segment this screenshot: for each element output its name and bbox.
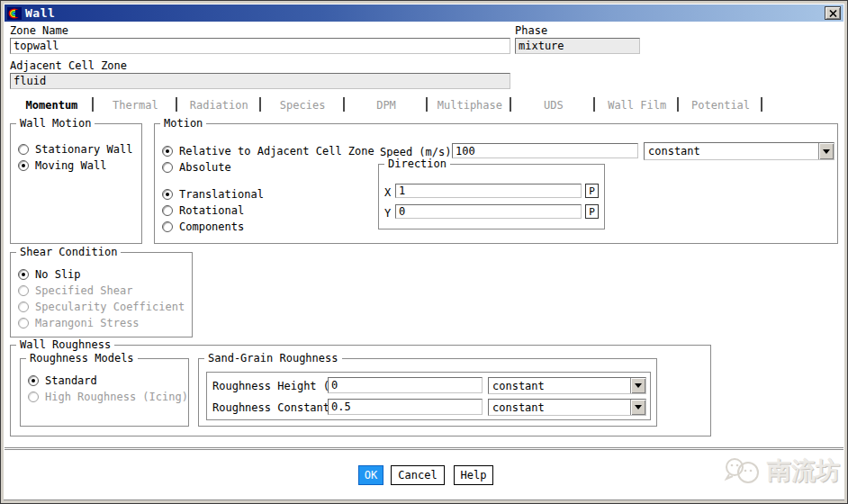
direction-y-input[interactable] xyxy=(395,204,582,219)
radio-icon xyxy=(18,269,29,280)
direction-y-profile-button[interactable]: P xyxy=(585,204,599,219)
wall-roughness-group: Wall Roughness Roughness Models Standard… xyxy=(10,345,711,436)
adjacent-cell-zone-label: Adjacent Cell Zone xyxy=(10,59,127,72)
radio-label: Specularity Coefficient xyxy=(35,301,185,313)
radio-icon xyxy=(18,160,29,171)
dropdown-value: constant xyxy=(492,380,545,392)
tab-bar: Momentum Thermal Radiation Species DPM M… xyxy=(10,97,762,112)
tab-dpm: DPM xyxy=(345,97,429,112)
wall-motion-group: Wall Motion Stationary Wall Moving Wall xyxy=(10,123,142,244)
radio-label: High Roughness (Icing) xyxy=(45,391,188,403)
wall-dialog: Wall Zone Name Phase Adjacent Cell Zone … xyxy=(0,0,848,504)
radio-label: Specified Shear xyxy=(35,284,132,297)
close-button[interactable] xyxy=(825,6,841,20)
tab-separator xyxy=(761,97,762,112)
radio-translational[interactable]: Translational xyxy=(162,187,264,201)
dropdown-value: constant xyxy=(492,401,545,414)
shear-condition-group: Shear Condition No Slip Specified Shear … xyxy=(10,252,193,338)
radio-specularity-coefficient: Specularity Coefficient xyxy=(18,300,185,313)
roughness-constant-input[interactable] xyxy=(328,399,483,415)
adjacent-cell-zone-field xyxy=(10,73,510,89)
radio-icon xyxy=(18,302,29,312)
zone-name-input[interactable] xyxy=(10,38,510,54)
direction-x-label: X xyxy=(384,186,391,199)
radio-relative-to-adjacent[interactable]: Relative to Adjacent Cell Zone xyxy=(162,144,374,158)
speed-input[interactable] xyxy=(452,143,638,158)
radio-standard[interactable]: Standard xyxy=(28,374,97,387)
speed-profile-dropdown[interactable]: constant xyxy=(644,142,834,160)
radio-icon xyxy=(162,189,173,200)
radio-label: Moving Wall xyxy=(35,159,106,172)
dropdown-button[interactable] xyxy=(630,400,645,415)
phase-label: Phase xyxy=(515,24,547,37)
motion-title: Motion xyxy=(160,117,206,130)
tab-uds: UDS xyxy=(511,97,595,112)
speed-label: Speed (m/s) xyxy=(380,146,451,158)
chevron-down-icon xyxy=(635,405,642,410)
radio-moving-wall[interactable]: Moving Wall xyxy=(18,158,106,172)
radio-no-slip[interactable]: No Slip xyxy=(18,267,81,281)
radio-label: Rotational xyxy=(179,204,244,217)
radio-label: Components xyxy=(179,220,244,233)
tab-wall-film: Wall Film xyxy=(595,97,679,112)
phase-field xyxy=(515,38,640,54)
dropdown-value: constant xyxy=(648,145,700,158)
tab-multiphase: Multiphase xyxy=(428,97,511,112)
direction-group: Direction X P Y P xyxy=(378,164,605,230)
fluent-app-icon xyxy=(7,7,22,20)
sand-grain-roughness-title: Sand-Grain Roughness xyxy=(204,352,342,364)
radio-rotational[interactable]: Rotational xyxy=(162,203,244,217)
radio-icon xyxy=(18,285,29,296)
wall-motion-title: Wall Motion xyxy=(16,117,95,130)
radio-stationary-wall[interactable]: Stationary Wall xyxy=(18,142,132,156)
close-icon xyxy=(829,10,837,17)
tab-potential: Potential xyxy=(679,97,762,112)
radio-icon xyxy=(162,162,173,173)
chevron-down-icon xyxy=(823,149,830,154)
radio-specified-shear: Specified Shear xyxy=(18,284,132,297)
wechat-icon xyxy=(722,456,762,485)
roughness-height-profile-dropdown[interactable]: constant xyxy=(488,377,646,394)
radio-icon xyxy=(18,144,29,155)
ok-button[interactable]: OK xyxy=(358,465,383,485)
radio-label: Relative to Adjacent Cell Zone xyxy=(179,145,374,158)
tab-momentum[interactable]: Momentum xyxy=(10,97,94,112)
watermark-text: 南流坊 xyxy=(767,454,840,487)
direction-y-label: Y xyxy=(384,207,391,220)
radio-label: Absolute xyxy=(179,161,231,174)
roughness-models-group: Roughness Models Standard High Roughness… xyxy=(20,358,189,427)
radio-icon xyxy=(162,205,173,216)
roughness-height-input[interactable] xyxy=(328,377,483,393)
direction-title: Direction xyxy=(384,158,450,170)
radio-label: Marangoni Stress xyxy=(35,317,140,329)
radio-icon xyxy=(18,318,29,328)
tab-thermal: Thermal xyxy=(94,97,177,112)
zone-name-label: Zone Name xyxy=(10,24,68,37)
direction-x-profile-button[interactable]: P xyxy=(585,184,599,198)
tab-radiation: Radiation xyxy=(177,97,261,112)
cancel-button[interactable]: Cancel xyxy=(391,465,445,485)
radio-components[interactable]: Components xyxy=(162,220,244,233)
radio-icon xyxy=(162,221,173,232)
titlebar[interactable]: Wall xyxy=(5,4,843,22)
window-title: Wall xyxy=(25,6,55,20)
chevron-down-icon xyxy=(635,383,642,388)
roughness-constant-label: Roughness Constant xyxy=(212,401,324,414)
tab-species: Species xyxy=(261,97,345,112)
watermark: 南流坊 xyxy=(722,454,840,487)
wall-roughness-title: Wall Roughness xyxy=(16,338,114,351)
radio-high-roughness-icing: High Roughness (Icing) xyxy=(28,390,188,403)
radio-label: Translational xyxy=(179,188,264,201)
radio-label: Stationary Wall xyxy=(35,143,132,156)
roughness-constant-profile-dropdown[interactable]: constant xyxy=(488,399,646,416)
radio-label: Standard xyxy=(45,374,97,387)
radio-marangoni-stress: Marangoni Stress xyxy=(18,316,140,329)
dropdown-button[interactable] xyxy=(630,378,645,393)
shear-condition-title: Shear Condition xyxy=(16,246,121,258)
footer-separator xyxy=(5,447,843,450)
help-button[interactable]: Help xyxy=(454,465,493,485)
radio-absolute[interactable]: Absolute xyxy=(162,160,231,174)
radio-icon xyxy=(162,146,173,157)
dropdown-button[interactable] xyxy=(818,143,834,159)
direction-x-input[interactable] xyxy=(395,184,582,198)
